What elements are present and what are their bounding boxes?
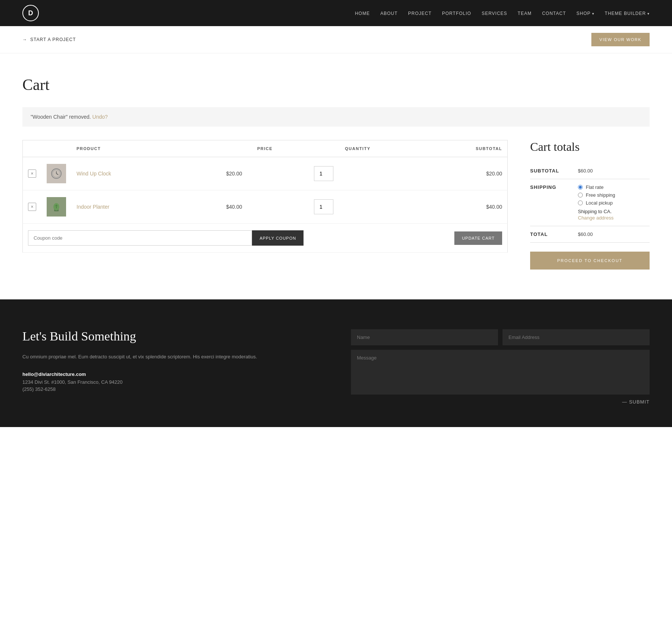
shipping-free-radio[interactable] bbox=[578, 193, 583, 197]
shipping-to: Shipping to CA. bbox=[578, 209, 650, 214]
shipping-label: SHIPPING bbox=[530, 179, 578, 226]
logo[interactable]: D bbox=[22, 5, 39, 21]
nav-team[interactable]: TEAM bbox=[518, 11, 532, 16]
footer-address: 1234 Divi St. #1000, San Francisco, CA 9… bbox=[22, 379, 321, 385]
subtotal-value: $60.00 bbox=[578, 163, 650, 179]
shipping-flat-rate-radio[interactable] bbox=[578, 185, 583, 190]
shipping-flat-rate[interactable]: Flat rate bbox=[578, 184, 650, 190]
col-product: PRODUCT bbox=[71, 140, 221, 157]
contact-message-input[interactable] bbox=[351, 350, 650, 395]
product-price-2: $40.00 bbox=[221, 190, 309, 224]
nav-project[interactable]: PROJECT bbox=[408, 11, 432, 16]
product-price-1: $20.00 bbox=[221, 157, 309, 190]
nav-about[interactable]: ABOUT bbox=[380, 11, 398, 16]
product-image-clock bbox=[47, 164, 66, 183]
page-title: Cart bbox=[22, 76, 650, 94]
shipping-local-radio[interactable] bbox=[578, 200, 583, 205]
submit-button[interactable]: SUBMIT bbox=[622, 399, 650, 405]
submit-row: SUBMIT bbox=[351, 399, 650, 405]
footer-phone: (255) 352-6258 bbox=[22, 386, 321, 392]
col-quantity: QUANTITY bbox=[309, 140, 407, 157]
remove-item-1-button[interactable]: × bbox=[28, 169, 36, 178]
quantity-input-2[interactable] bbox=[314, 199, 333, 214]
cart-totals-title: Cart totals bbox=[530, 140, 650, 154]
apply-coupon-button[interactable]: APPLY COUPON bbox=[252, 230, 304, 246]
cart-table: PRODUCT PRICE QUANTITY SUBTOTAL × bbox=[22, 140, 508, 253]
coupon-area: APPLY COUPON bbox=[28, 230, 304, 246]
cart-layout: PRODUCT PRICE QUANTITY SUBTOTAL × bbox=[22, 140, 650, 270]
footer-right: SUBMIT bbox=[351, 329, 650, 405]
form-name-email-row bbox=[351, 329, 650, 345]
shipping-local-label: Local pickup bbox=[586, 200, 613, 206]
notice-text: "Wooden Chair" removed. bbox=[31, 114, 91, 120]
product-name-2[interactable]: Indoor Planter bbox=[77, 204, 109, 210]
col-price: PRICE bbox=[221, 140, 309, 157]
coupon-input[interactable] bbox=[28, 230, 252, 246]
col-subtotal: SUBTOTAL bbox=[407, 140, 507, 157]
subtotal-label: SUBTOTAL bbox=[530, 163, 578, 179]
footer: Let's Build Something Cu omnium propriae… bbox=[0, 299, 672, 427]
total-label: TOTAL bbox=[530, 226, 578, 243]
product-image-plant bbox=[47, 197, 66, 217]
main-content: Cart "Wooden Chair" removed. Undo? PRODU… bbox=[0, 53, 672, 299]
contact-form: SUBMIT bbox=[351, 329, 650, 405]
start-project-label: START A PROJECT bbox=[30, 37, 76, 42]
footer-layout: Let's Build Something Cu omnium propriae… bbox=[22, 329, 650, 405]
nav-links: HOME ABOUT PROJECT PORTFOLIO SERVICES TE… bbox=[355, 10, 650, 16]
subtotal-1: $20.00 bbox=[407, 157, 507, 190]
footer-heading: Let's Build Something bbox=[22, 329, 321, 343]
col-remove bbox=[23, 140, 42, 157]
contact-email-input[interactable] bbox=[503, 329, 650, 345]
coupon-row: APPLY COUPON UPDATE CART bbox=[23, 224, 508, 253]
nav-shop[interactable]: SHOP bbox=[576, 11, 594, 16]
total-row: TOTAL $60.00 bbox=[530, 226, 650, 243]
subtotal-2: $40.00 bbox=[407, 190, 507, 224]
nav-services[interactable]: SERVICES bbox=[482, 11, 507, 16]
subtotal-row: SUBTOTAL $60.00 bbox=[530, 163, 650, 179]
remove-item-2-button[interactable]: × bbox=[28, 203, 36, 211]
shipping-options: Flat rate Free shipping Local pickup bbox=[578, 179, 650, 226]
nav-contact[interactable]: CONTACT bbox=[542, 11, 566, 16]
top-bar: → START A PROJECT VIEW OUR WORK bbox=[0, 26, 672, 53]
footer-left: Let's Build Something Cu omnium propriae… bbox=[22, 329, 321, 405]
cart-table-section: PRODUCT PRICE QUANTITY SUBTOTAL × bbox=[22, 140, 508, 253]
col-image bbox=[41, 140, 71, 157]
nav-home[interactable]: HOME bbox=[355, 11, 370, 16]
shipping-free[interactable]: Free shipping bbox=[578, 192, 650, 198]
arrow-right-icon: → bbox=[22, 37, 27, 42]
update-cart-button[interactable]: UPDATE CART bbox=[454, 231, 502, 245]
nav-theme-builder[interactable]: THEME BUILDER bbox=[605, 11, 650, 16]
shipping-row: SHIPPING Flat rate Free shipping bbox=[530, 179, 650, 226]
contact-name-input[interactable] bbox=[351, 329, 498, 345]
undo-link[interactable]: Undo? bbox=[92, 114, 108, 120]
shipping-free-label: Free shipping bbox=[586, 192, 615, 198]
footer-email: hello@diviarchitecture.com bbox=[22, 371, 321, 377]
view-work-button[interactable]: VIEW OUR WORK bbox=[591, 33, 650, 46]
navbar: D HOME ABOUT PROJECT PORTFOLIO SERVICES … bbox=[0, 0, 672, 26]
footer-description: Cu omnium propriae mel. Eum detracto sus… bbox=[22, 352, 321, 361]
table-row: × Wind Up Clock bbox=[23, 157, 508, 190]
product-name-1[interactable]: Wind Up Clock bbox=[77, 171, 111, 177]
start-project-link[interactable]: → START A PROJECT bbox=[22, 37, 76, 42]
quantity-input-1[interactable] bbox=[314, 166, 333, 181]
shipping-local[interactable]: Local pickup bbox=[578, 200, 650, 206]
proceed-to-checkout-button[interactable]: PROCEED TO CHECKOUT bbox=[530, 252, 650, 270]
totals-table: SUBTOTAL $60.00 SHIPPING Flat rate bbox=[530, 163, 650, 243]
change-address-link[interactable]: Change address bbox=[578, 215, 650, 221]
cart-totals-section: Cart totals SUBTOTAL $60.00 SHIPPING Fla… bbox=[530, 140, 650, 270]
shipping-flat-rate-label: Flat rate bbox=[586, 184, 604, 190]
total-value: $60.00 bbox=[578, 226, 650, 243]
table-row: × I bbox=[23, 190, 508, 224]
nav-portfolio[interactable]: PORTFOLIO bbox=[442, 11, 471, 16]
notice-bar: "Wooden Chair" removed. Undo? bbox=[22, 107, 650, 127]
